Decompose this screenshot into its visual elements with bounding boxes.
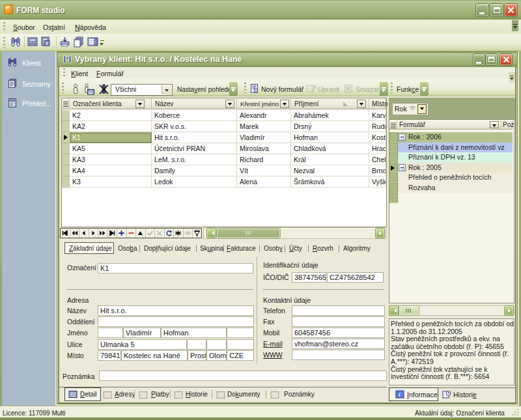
svg-text:z: z (46, 40, 48, 46)
